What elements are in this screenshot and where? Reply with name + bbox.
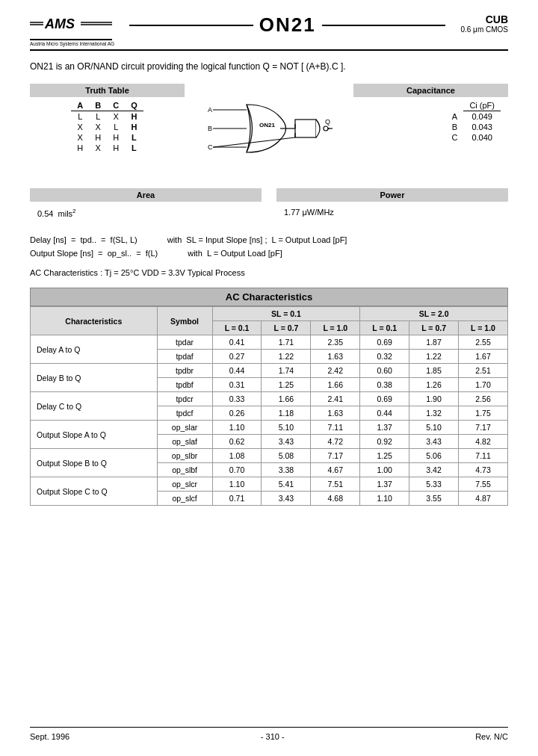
svg-rect-12 [295, 120, 316, 137]
capacitance-table: Ci (pF) A0.049 B0.043 C0.040 [445, 100, 501, 143]
l10-header-sl01: L = 1.0 [311, 321, 360, 335]
truth-table-section: Truth Table A B C Q LLXH XXLH [30, 84, 185, 156]
svg-text:Q: Q [325, 118, 330, 126]
page-header: AMS Austria Micro Systems International … [30, 13, 508, 51]
table-row: XXLH [71, 122, 143, 132]
svg-point-15 [324, 126, 328, 131]
col-q-header: Q [125, 100, 143, 111]
chip-name-area: ON21 [114, 13, 460, 37]
sl01-header: SL = 0.1 [212, 307, 360, 321]
capacitance-header: Capacitance [353, 84, 508, 97]
table-row: Delay A to Q tpdar 0.411.712.35 0.691.87… [31, 335, 508, 350]
area-header: Area [30, 188, 262, 202]
table-row: XHHL [71, 132, 143, 143]
footer-revision: Rev. N/C [475, 732, 508, 741]
ac-conditions: AC Characteristics : Tj = 25°C VDD = 3.3… [30, 268, 508, 277]
delay-line1: Delay [ns] = tpd.. = f(SL, L) with SL = … [30, 233, 508, 247]
delay-line2: Output Slope [ns] = op_sl.. = f(L) with … [30, 247, 508, 261]
logo-area: AMS Austria Micro Systems International … [30, 13, 114, 46]
power-value: 1.77 μW/MHz [276, 205, 508, 220]
truth-table: A B C Q LLXH XXLH XHHL HXHL [71, 100, 143, 153]
table-row: B0.043 [445, 122, 501, 132]
characteristics-col-header: Characteristics [31, 307, 158, 335]
logo-subtitle: Austria Micro Systems International AG [30, 41, 114, 46]
table-row: Output Slope B to Q op_slbr 1.085.087.17… [31, 449, 508, 463]
circuit-diagram: A B C [185, 84, 353, 181]
col-b-header: B [89, 100, 107, 111]
gate-svg: A B C [205, 91, 333, 173]
delay-info: Delay [ns] = tpd.. = f(SL, L) with SL = … [30, 233, 508, 261]
truth-table-header-row: A B C Q [71, 100, 143, 111]
table-row: A0.049 [445, 111, 501, 123]
ac-header-row1: Characteristics Symbol SL = 0.1 SL = 2.0 [31, 307, 508, 321]
area-section: Area 0.54 mils2 [30, 188, 262, 221]
col-a-header: A [71, 100, 89, 111]
truth-table-header: Truth Table [30, 84, 185, 97]
page-footer: Sept. 1996 - 310 - Rev. N/C [30, 727, 508, 741]
l01-header-sl20: L = 0.1 [360, 321, 409, 335]
area-power-section: Area 0.54 mils2 Power 1.77 μW/MHz [30, 188, 508, 221]
symbol-col-header: Symbol [157, 307, 212, 335]
l07-header-sl01: L = 0.7 [262, 321, 311, 335]
category-area: CUB 0.6 μm CMOS [460, 13, 508, 34]
svg-text:AMS: AMS [44, 16, 75, 31]
cap-unit-row: Ci (pF) [445, 100, 501, 111]
sl20-header: SL = 2.0 [360, 307, 508, 321]
table-row: LLXH [71, 111, 143, 123]
col-c-header: C [107, 100, 125, 111]
power-section: Power 1.77 μW/MHz [276, 188, 508, 221]
l07-header-sl20: L = 0.7 [409, 321, 459, 335]
footer-date: Sept. 1996 [30, 732, 69, 741]
svg-text:ON21: ON21 [259, 122, 275, 128]
category-label: CUB [460, 13, 508, 25]
footer-page: - 310 - [261, 732, 285, 741]
l01-header-sl01: L = 0.1 [212, 321, 262, 335]
ac-table-title: AC Characteristics [30, 288, 508, 306]
ac-characteristics-section: AC Characteristics Characteristics Symbo… [30, 288, 508, 506]
power-header: Power [276, 188, 508, 202]
table-row: Output Slope A to Q op_slar 1.105.107.11… [31, 421, 508, 435]
table-row: Delay C to Q tpdcr 0.331.662.41 0.691.90… [31, 392, 508, 406]
table-row: Delay B to Q tpdbr 0.441.742.42 0.601.85… [31, 364, 508, 378]
svg-text:B: B [208, 125, 212, 132]
chip-description: ON21 is an OR/NAND circuit providing the… [30, 61, 508, 72]
area-value: 0.54 mils2 [30, 205, 262, 221]
l10-header-sl20: L = 1.0 [459, 321, 508, 335]
table-row: Output Slope C to Q op_slcr 1.105.417.51… [31, 477, 508, 492]
chip-name: ON21 [259, 13, 316, 37]
svg-text:C: C [208, 143, 213, 151]
table-row: HXHL [71, 143, 143, 153]
ams-logo: AMS [30, 13, 112, 40]
ac-characteristics-table: Characteristics Symbol SL = 0.1 SL = 2.0… [30, 306, 508, 506]
table-row: C0.040 [445, 132, 501, 143]
process-label: 0.6 μm CMOS [460, 25, 508, 34]
capacitance-section: Capacitance Ci (pF) A0.049 B0.043 C0.040 [353, 84, 508, 146]
svg-text:A: A [208, 106, 212, 114]
